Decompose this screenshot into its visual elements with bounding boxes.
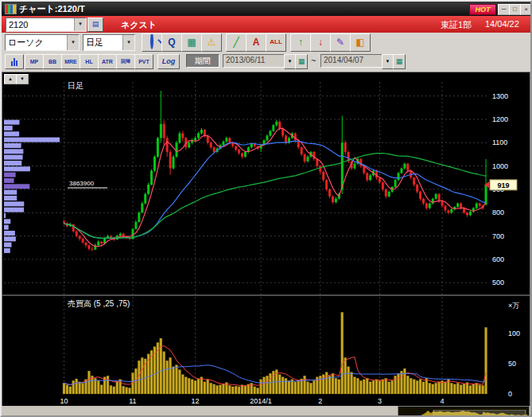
svg-text:500: 500 [492, 279, 504, 286]
volume-axis: ×万100500 [508, 302, 520, 398]
chart-navigator[interactable] [398, 406, 530, 417]
price-marker: 919 [484, 180, 517, 190]
indicator-pvt-button[interactable]: PVT [134, 54, 153, 69]
svg-text:4: 4 [441, 397, 445, 405]
close-button[interactable]: × [520, 4, 532, 15]
svg-text:600: 600 [492, 255, 504, 263]
date-to-dropdown[interactable]: ▼ [382, 54, 394, 69]
bottom-strip [2, 406, 530, 415]
volume-profile: 3863900 [4, 120, 107, 253]
svg-text:2014/1: 2014/1 [250, 397, 272, 405]
grid-lines [4, 82, 489, 394]
minimize-button[interactable]: ─ [498, 4, 510, 15]
log-scale-button[interactable]: Log [157, 54, 180, 69]
date-from-field[interactable]: 2013/06/11 [223, 54, 286, 68]
zoom-button[interactable] [142, 33, 162, 52]
main-toolbar: ローソク ▼ 日足 ▼ Q ▦ ⚠ ╱ A ALL ↑ ↓ ✎ ◧ [2, 33, 530, 53]
svg-text:1100: 1100 [492, 138, 507, 146]
symbol-code-combobox[interactable]: 2120 ▼ [6, 18, 87, 32]
range-tilde: ~ [311, 56, 316, 65]
svg-text:10: 10 [60, 397, 68, 405]
svg-text:11: 11 [129, 397, 136, 405]
symbol-list-button[interactable]: ▤ [87, 18, 103, 32]
svg-text:100: 100 [508, 329, 520, 337]
chart-window: チャート:2120/T HOT ─ □ × 2120 ▼ ▤ ネクスト 東証1部… [0, 0, 532, 417]
svg-text:1300: 1300 [492, 92, 508, 100]
svg-text:800: 800 [492, 208, 504, 216]
chevron-down-icon[interactable]: ▼ [67, 35, 79, 50]
chart-area[interactable]: 38639005006007008009001000110012001300×万… [2, 72, 530, 407]
show-all-button[interactable]: ALL [266, 33, 286, 52]
pen-button[interactable]: ✎ [330, 33, 351, 52]
arrow-up-button[interactable]: ↑ [290, 33, 311, 52]
navigator-minichart[interactable] [398, 410, 527, 417]
symbol-code-value: 2120 [6, 20, 74, 29]
date-to-field[interactable]: 2014/04/07 [320, 54, 384, 68]
svg-text:2: 2 [318, 397, 322, 405]
scroll-up-button[interactable]: ▲ [4, 74, 17, 84]
scroll-down-button[interactable]: ▼ [16, 74, 29, 84]
volume-panel-title: 売買高 (5 ,25 ,75) [68, 298, 130, 310]
svg-text:700: 700 [492, 232, 504, 240]
chart-type-combobox[interactable]: ローソク ▼ [5, 34, 80, 51]
app-icon [5, 4, 17, 14]
svg-text:×万: ×万 [508, 302, 519, 310]
window-title: チャート:2120/T [19, 3, 85, 15]
calendar-icon[interactable]: ▦ [393, 54, 406, 69]
volume-ma-lines [64, 346, 487, 386]
candles-layer [63, 91, 487, 251]
market-label: 東証1部 [441, 19, 472, 31]
navigator-view-handle[interactable] [433, 410, 526, 417]
svg-text:3: 3 [378, 397, 382, 405]
svg-text:1000: 1000 [492, 162, 508, 170]
profile-volume-label: 3863900 [69, 180, 95, 187]
candle-pattern-button[interactable] [5, 54, 24, 69]
svg-text:919: 919 [497, 181, 509, 189]
title-bar[interactable]: チャート:2120/T HOT ─ □ × [2, 2, 530, 16]
chevron-down-icon[interactable]: ▼ [122, 35, 134, 50]
calendar-icon[interactable]: ▦ [295, 54, 308, 69]
svg-text:12: 12 [192, 397, 200, 405]
maximize-button[interactable]: □ [509, 4, 521, 15]
arrow-down-button[interactable]: ↓ [310, 33, 331, 52]
indicator-atr-button[interactable]: ATR [98, 54, 117, 69]
grid-button[interactable]: ▦ [181, 33, 202, 52]
date-label: 14/04/22 [485, 19, 519, 29]
svg-text:1200: 1200 [492, 115, 508, 123]
chevron-down-icon[interactable]: ▼ [74, 18, 86, 31]
quote-button[interactable]: Q [161, 33, 182, 52]
indicator-hl-button[interactable]: HL [80, 54, 99, 69]
hot-button[interactable]: HOT [469, 4, 496, 15]
bars-icon [11, 57, 17, 66]
svg-text:50: 50 [508, 360, 516, 368]
svg-text:0: 0 [508, 390, 512, 398]
magnifier-icon [150, 33, 153, 49]
date-from-dropdown[interactable]: ▼ [284, 54, 296, 69]
indicator-mp-button[interactable]: MP [25, 54, 44, 69]
price-panel-title: 日足 [68, 80, 83, 92]
price-volume-chart[interactable]: 38639005006007008009001000110012001300×万… [2, 72, 530, 405]
alert-button[interactable]: ⚠ [201, 33, 222, 52]
timeframe-value: 日足 [83, 37, 122, 49]
moving-averages [64, 128, 487, 246]
trendline-button[interactable]: ╱ [226, 33, 247, 52]
timeframe-combobox[interactable]: 日足 ▼ [83, 34, 135, 51]
text-tool-button[interactable]: A [246, 33, 266, 52]
indicator-mre-button[interactable]: MRE [61, 54, 80, 69]
symbol-name: ネクスト [121, 19, 157, 31]
indicator-bb-button[interactable]: BB [43, 54, 62, 69]
palette-button[interactable]: ◧ [350, 33, 371, 52]
period-label: 期間 [186, 54, 219, 68]
symbol-bar: 2120 ▼ ▤ ネクスト 東証1部 14/04/22 [2, 16, 530, 33]
indicator-regression-button[interactable]: 回帰 [116, 54, 135, 69]
chart-type-value: ローソク [6, 37, 67, 49]
indicator-toolbar: MP BB MRE HL ATR 回帰 PVT Log 期間 2013/06/1… [2, 52, 530, 72]
x-axis: 1011122014/1234 [60, 397, 444, 405]
